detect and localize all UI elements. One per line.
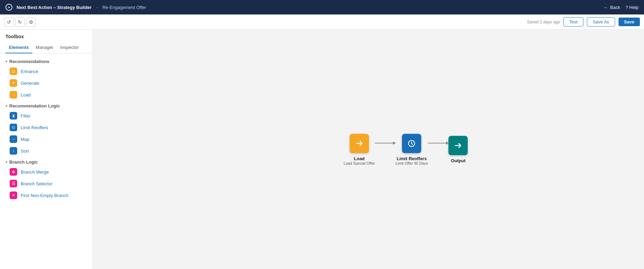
node-label-load: Load Load Special Offer xyxy=(344,156,375,165)
flow-node-output[interactable]: Output xyxy=(448,136,468,163)
chevron-down-icon: ▾ xyxy=(6,60,7,63)
node-label-limit-reoffers: Limit Reoffers Limit Offer 90 Days xyxy=(395,156,428,165)
redo-icon: ↻ xyxy=(18,19,22,25)
tab-elements[interactable]: Elements xyxy=(6,42,32,53)
sort-label: Sort xyxy=(21,148,29,154)
main-layout: Toolbox Elements Manager Inspector ▾ Rec… xyxy=(0,30,644,269)
branch-selector-icon: ☰ xyxy=(10,180,17,187)
sidebar-item-sort[interactable]: ↕ Sort xyxy=(0,145,93,157)
gear-icon: ⚙ xyxy=(29,19,33,25)
top-nav: ✦ Next Best Action – Strategy Builder – … xyxy=(0,0,644,14)
saved-status: Saved 2 days ago xyxy=(527,20,560,24)
sidebar-item-map[interactable]: → Map xyxy=(0,133,93,145)
flow-node-limit-reoffers[interactable]: Limit Reoffers Limit Offer 90 Days xyxy=(395,134,428,165)
limit-reoffers-icon: ⊙ xyxy=(10,124,17,131)
flow-diagram: Load Load Special Offer Limit Reoffers xyxy=(344,134,468,165)
node-name-limit-reoffers: Limit Reoffers xyxy=(395,156,428,161)
back-button[interactable]: ← Back xyxy=(603,5,620,10)
sidebar-item-filter[interactable]: ⧗ Filter xyxy=(0,110,93,122)
node-box-output[interactable] xyxy=(448,136,468,155)
section-recommendations-label: Recommendations xyxy=(9,59,49,64)
tab-manager[interactable]: Manager xyxy=(32,42,57,53)
node-name-load: Load xyxy=(344,156,375,161)
load-icon: → xyxy=(10,91,17,99)
app-title: Next Best Action – Strategy Builder xyxy=(17,5,92,10)
generate-icon: ✦ xyxy=(10,79,17,87)
sidebar-content: ▾ Recommendations ⊙ Enhance ✦ Generate →… xyxy=(0,53,93,269)
section-branch-logic-label: Branch Logic xyxy=(9,159,38,165)
node-sub-limit-reoffers: Limit Offer 90 Days xyxy=(395,161,428,165)
sidebar-item-load[interactable]: → Load xyxy=(0,89,93,101)
map-label: Map xyxy=(21,137,29,142)
sidebar-item-first-non-empty[interactable]: ✕ First Non-Empty Branch xyxy=(0,189,93,201)
filter-label: Filter xyxy=(21,113,31,118)
section-recommendation-logic-label: Recommendation Logic xyxy=(9,103,60,108)
undo-button[interactable]: ↺ xyxy=(4,17,14,27)
chevron-down-icon-3: ▾ xyxy=(6,160,7,164)
sidebar-item-generate[interactable]: ✦ Generate xyxy=(0,77,93,89)
sidebar-item-limit-reoffers[interactable]: ⊙ Limit Reoffers xyxy=(0,122,93,133)
flow-arrow-2 xyxy=(428,143,448,144)
nav-left: ✦ Next Best Action – Strategy Builder – … xyxy=(6,4,146,11)
section-recommendation-logic[interactable]: ▾ Recommendation Logic xyxy=(0,101,93,110)
section-branch-logic[interactable]: ▾ Branch Logic xyxy=(0,157,93,166)
branch-selector-label: Branch Selector xyxy=(21,181,53,186)
flow-node-load[interactable]: Load Load Special Offer xyxy=(344,134,375,165)
sort-icon: ↕ xyxy=(10,147,17,155)
toolbar: ↺ ↻ ⚙ Saved 2 days ago Test Save As Save xyxy=(0,14,644,30)
canvas: Load Load Special Offer Limit Reoffers xyxy=(93,30,644,269)
arrow-line-2 xyxy=(428,143,448,144)
node-sub-load: Load Special Offer xyxy=(344,161,375,165)
save-as-button[interactable]: Save As xyxy=(587,17,615,27)
chevron-down-icon-2: ▾ xyxy=(6,104,7,108)
toolbar-right: Saved 2 days ago Test Save As Save xyxy=(527,17,640,27)
toolbox-title: Toolbox xyxy=(0,30,93,42)
tab-inspector[interactable]: Inspector xyxy=(57,42,82,53)
node-label-output: Output xyxy=(451,158,466,163)
sidebar: Toolbox Elements Manager Inspector ▾ Rec… xyxy=(0,30,93,269)
branch-merge-label: Branch Merge xyxy=(21,169,49,175)
map-icon: → xyxy=(10,135,17,143)
section-recommendations[interactable]: ▾ Recommendations xyxy=(0,56,93,65)
help-icon: ? xyxy=(625,5,628,10)
sidebar-item-branch-selector[interactable]: ☰ Branch Selector xyxy=(0,178,93,189)
save-button[interactable]: Save xyxy=(619,18,640,26)
nav-right: ← Back ? Help xyxy=(603,5,638,10)
generate-label: Generate xyxy=(21,81,39,86)
sidebar-item-branch-merge[interactable]: ⊕ Branch Merge xyxy=(0,166,93,178)
branch-merge-icon: ⊕ xyxy=(10,168,17,176)
first-non-empty-icon: ✕ xyxy=(10,192,17,199)
enhance-label: Enhance xyxy=(21,69,38,74)
test-button[interactable]: Test xyxy=(563,17,583,27)
first-non-empty-label: First Non-Empty Branch xyxy=(21,193,68,198)
flow-arrow-1 xyxy=(375,143,395,144)
node-box-load[interactable] xyxy=(350,134,369,153)
redo-button[interactable]: ↻ xyxy=(15,17,25,27)
enhance-icon: ⊙ xyxy=(10,68,17,75)
page-title: Re-Engagement Offer xyxy=(103,5,146,10)
app-logo: ✦ xyxy=(6,4,12,11)
node-box-limit-reoffers[interactable] xyxy=(402,134,421,153)
node-name-output: Output xyxy=(451,158,466,163)
undo-icon: ↺ xyxy=(7,19,11,25)
sidebar-item-enhance[interactable]: ⊙ Enhance xyxy=(0,65,93,77)
load-label: Load xyxy=(21,92,31,97)
help-button[interactable]: ? Help xyxy=(625,5,638,10)
back-arrow-icon: ← xyxy=(603,5,608,10)
limit-reoffers-label: Limit Reoffers xyxy=(21,125,48,130)
settings-button[interactable]: ⚙ xyxy=(26,17,36,27)
toolbar-left: ↺ ↻ ⚙ xyxy=(4,17,36,27)
arrow-line-1 xyxy=(375,143,395,144)
filter-icon: ⧗ xyxy=(10,112,17,120)
tabs-bar: Elements Manager Inspector xyxy=(0,42,93,53)
nav-separator: – xyxy=(96,5,98,10)
